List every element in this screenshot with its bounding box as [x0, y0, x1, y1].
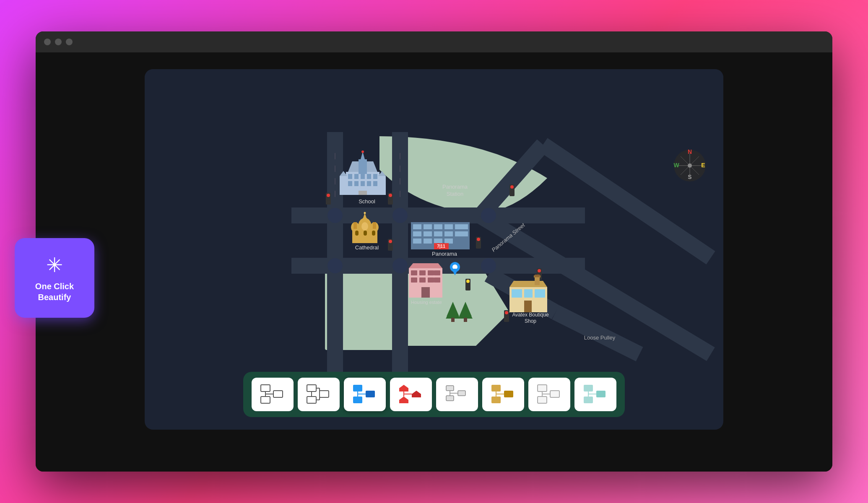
svg-rect-132 — [524, 301, 532, 312]
housing-label: Housing estate — [411, 300, 442, 305]
traffic-light-maximize[interactable] — [66, 39, 73, 45]
svg-rect-65 — [359, 159, 367, 174]
svg-point-34 — [510, 189, 514, 192]
traffic-light-minimize[interactable] — [55, 39, 62, 45]
map-svg: School — [145, 69, 723, 388]
svg-rect-168 — [458, 391, 465, 396]
svg-rect-89 — [444, 224, 453, 229]
svg-rect-108 — [428, 270, 434, 275]
svg-point-45 — [538, 269, 541, 272]
svg-rect-144 — [261, 397, 270, 403]
toolbar-item-2[interactable] — [298, 378, 340, 411]
svg-point-37 — [477, 238, 480, 241]
avatex-label: Avatex Boutique — [512, 312, 549, 318]
svg-point-26 — [389, 197, 392, 200]
svg-rect-148 — [307, 385, 316, 392]
svg-point-23 — [327, 200, 330, 204]
svg-point-16 — [392, 258, 408, 273]
svg-point-22 — [327, 197, 330, 200]
svg-rect-183 — [596, 391, 606, 397]
svg-rect-178 — [550, 391, 559, 397]
svg-point-49 — [505, 311, 508, 314]
avatex-label2: Shop — [525, 318, 536, 324]
svg-rect-81 — [355, 231, 359, 236]
svg-point-43 — [466, 286, 470, 290]
toolbar-item-3[interactable] — [344, 378, 386, 411]
svg-rect-145 — [273, 391, 283, 397]
svg-rect-68 — [340, 176, 347, 195]
svg-rect-99 — [424, 239, 432, 244]
svg-rect-100 — [434, 239, 442, 244]
svg-rect-86 — [413, 224, 421, 229]
svg-rect-182 — [584, 397, 593, 403]
toolbar-item-5[interactable] — [436, 378, 478, 411]
svg-rect-128 — [535, 275, 540, 277]
svg-rect-181 — [584, 385, 593, 392]
ocb-icon: ✳ — [46, 253, 63, 277]
svg-point-84 — [361, 222, 368, 231]
svg-point-35 — [510, 192, 514, 195]
panorama-label: Panorama — [432, 251, 457, 257]
svg-rect-112 — [428, 277, 434, 283]
svg-rect-109 — [434, 270, 440, 275]
svg-text:E: E — [701, 162, 705, 169]
toolbar-item-7[interactable] — [528, 378, 570, 411]
svg-point-21 — [327, 194, 330, 197]
browser-window: ✳ One ClickBeautify — [36, 31, 832, 472]
svg-rect-59 — [354, 181, 359, 186]
svg-rect-60 — [361, 181, 365, 186]
svg-rect-54 — [354, 174, 359, 179]
svg-rect-129 — [512, 289, 522, 298]
svg-rect-157 — [353, 397, 362, 403]
svg-rect-130 — [524, 289, 533, 298]
svg-rect-94 — [434, 231, 442, 236]
svg-rect-156 — [353, 385, 362, 392]
svg-point-41 — [466, 280, 470, 283]
toolbar-item-6[interactable] — [482, 378, 524, 411]
svg-rect-80 — [373, 222, 376, 229]
loose-pulley-label: Loose Pulley — [584, 334, 616, 341]
svg-marker-161 — [399, 385, 408, 392]
ocb-badge[interactable]: ✳ One ClickBeautify — [15, 238, 94, 318]
svg-point-51 — [505, 318, 508, 321]
svg-rect-126 — [535, 277, 540, 285]
svg-rect-91 — [461, 224, 468, 229]
school-label: School — [359, 198, 375, 205]
svg-rect-55 — [361, 174, 365, 179]
svg-rect-114 — [421, 287, 430, 298]
browser-content: ✳ One ClickBeautify — [36, 52, 832, 472]
svg-rect-166 — [446, 386, 454, 391]
traffic-light-close[interactable] — [44, 39, 51, 45]
svg-rect-149 — [307, 397, 316, 403]
svg-rect-69 — [378, 176, 386, 195]
svg-point-15 — [327, 258, 343, 273]
svg-rect-173 — [504, 391, 513, 397]
svg-rect-158 — [366, 391, 375, 397]
map-container: School — [145, 69, 723, 430]
svg-point-31 — [389, 246, 392, 250]
svg-point-67 — [361, 150, 364, 153]
svg-rect-110 — [411, 277, 417, 283]
browser-titlebar — [36, 31, 832, 52]
svg-text:7|11: 7|11 — [437, 244, 445, 249]
svg-point-39 — [477, 244, 480, 248]
svg-rect-98 — [413, 239, 421, 244]
svg-marker-125 — [509, 281, 547, 287]
svg-rect-143 — [261, 385, 270, 392]
svg-point-50 — [505, 314, 508, 318]
svg-rect-56 — [367, 174, 371, 179]
svg-point-33 — [510, 185, 514, 189]
svg-rect-101 — [444, 239, 453, 244]
svg-rect-83 — [372, 231, 375, 236]
svg-rect-120 — [451, 318, 455, 322]
toolbar-item-8[interactable] — [574, 378, 616, 411]
toolbar-item-4[interactable] — [390, 378, 432, 411]
svg-point-14 — [392, 208, 408, 223]
svg-rect-97 — [461, 231, 468, 236]
svg-text:S: S — [688, 174, 691, 180]
toolbar-item-1[interactable] — [252, 378, 294, 411]
svg-point-30 — [389, 243, 392, 246]
svg-rect-123 — [464, 318, 467, 322]
svg-point-76 — [364, 212, 366, 214]
svg-rect-107 — [419, 270, 426, 275]
